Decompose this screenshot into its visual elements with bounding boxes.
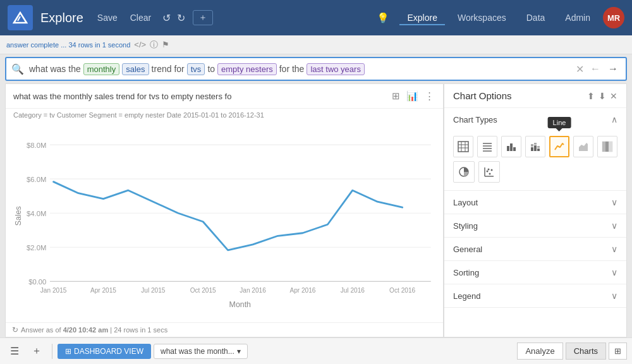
general-section: General ∨ (444, 238, 626, 261)
chart-svg: $8.0M $6.0M $4.0M $2.0M $0.00 Sales Jan … (11, 124, 438, 322)
code-icon[interactable]: </> (134, 40, 146, 49)
undo-redo-group: ↺ ↻ (160, 9, 188, 27)
general-header[interactable]: General ∨ (444, 238, 626, 260)
search-text-3: to (207, 64, 215, 74)
redo-button[interactable]: ↻ (174, 9, 188, 27)
info-icon[interactable]: ⓘ (150, 39, 158, 51)
lightbulb-icon[interactable]: 💡 (372, 9, 394, 27)
chart-options-panel: Chart Options ⬆ ⬇ ✕ Chart Types ∧ (444, 83, 627, 337)
chart-type-table[interactable] (453, 136, 473, 157)
search-navigation: ← → (588, 62, 621, 76)
sidebar-toggle-button[interactable]: ☰ (5, 343, 24, 360)
svg-text:Month: Month (229, 300, 252, 309)
svg-point-52 (488, 169, 490, 171)
chart-types-chevron: ∧ (611, 114, 617, 124)
svg-text:$0.00: $0.00 (28, 278, 46, 286)
svg-point-49 (487, 171, 489, 173)
styling-header[interactable]: Styling ∨ (444, 214, 626, 237)
legend-chevron: ∨ (611, 291, 617, 301)
svg-rect-34 (513, 147, 516, 151)
svg-rect-43 (602, 142, 605, 152)
chart-type-table-condensed[interactable] (477, 136, 497, 157)
svg-rect-38 (534, 143, 537, 145)
legend-section: Legend ∨ (444, 284, 626, 308)
chart-type-area[interactable] (573, 136, 593, 157)
search-text-4: for the (279, 64, 305, 74)
chart-type-scatter[interactable] (478, 161, 500, 183)
dashboard-label: DASHBOARD VIEW (74, 347, 143, 356)
sorting-section: Sorting ∨ (444, 261, 626, 284)
svg-marker-41 (579, 143, 588, 151)
chart-type-pie[interactable] (453, 161, 475, 183)
add-tab-button[interactable]: ＋ (27, 342, 47, 360)
save-button[interactable]: Save (94, 10, 121, 25)
chart-types-row-1: Line (453, 136, 617, 157)
bottom-bar: ☰ ＋ ⊞ DASHBOARD VIEW what was the month.… (0, 337, 632, 364)
svg-rect-32 (507, 146, 509, 151)
collapse-up-icon[interactable]: ⬆ (587, 91, 595, 101)
svg-text:Apr 2016: Apr 2016 (289, 287, 315, 294)
chart-types-section: Chart Types ∧ (444, 108, 626, 191)
svg-text:Jul 2016: Jul 2016 (341, 287, 365, 294)
nav-title: Explore (40, 11, 83, 25)
undo-button[interactable]: ↺ (160, 9, 173, 27)
sorting-header[interactable]: Sorting ∨ (444, 261, 626, 284)
search-forward-button[interactable]: → (605, 62, 621, 76)
nav-workspaces-button[interactable]: Workspaces (450, 10, 514, 25)
nav-explore-button[interactable]: Explore (399, 10, 444, 25)
nav-data-button[interactable]: Data (519, 10, 553, 25)
svg-rect-36 (531, 144, 533, 147)
svg-rect-35 (531, 147, 533, 151)
table-view-icon[interactable]: ⊞ (391, 89, 401, 103)
svg-rect-44 (605, 142, 609, 152)
add-button[interactable]: ＋ (193, 10, 213, 25)
options-header-icons: ⬆ ⬇ ✕ (587, 91, 617, 101)
app-logo[interactable] (8, 5, 33, 30)
svg-rect-45 (609, 142, 612, 152)
chart-view-icon[interactable]: 📊 (405, 89, 420, 103)
user-avatar[interactable]: MR (603, 7, 624, 28)
collapse-down-icon[interactable]: ⬇ (599, 91, 606, 101)
layout-label: Layout (453, 198, 478, 207)
search-clear-button[interactable]: ✕ (572, 62, 588, 76)
analyze-button[interactable]: Analyze (517, 343, 562, 360)
chart-area: $8.0M $6.0M $4.0M $2.0M $0.00 Sales Jan … (6, 121, 443, 322)
svg-text:$2.0M: $2.0M (27, 244, 46, 252)
current-tab-button[interactable]: what was the month... ▾ (154, 344, 248, 359)
search-text-1: what was the (29, 64, 81, 74)
layout-section: Layout ∨ (444, 191, 626, 214)
sorting-chevron: ∨ (611, 267, 617, 277)
svg-point-50 (489, 173, 491, 175)
search-bar[interactable]: 🔍 what was the monthly sales trend for t… (5, 57, 627, 81)
svg-rect-37 (534, 145, 537, 151)
nav-admin-button[interactable]: Admin (557, 10, 598, 25)
svg-text:$4.0M: $4.0M (27, 210, 46, 217)
chart-type-stacked-area[interactable] (597, 136, 617, 157)
dashboard-view-button[interactable]: ⊞ DASHBOARD VIEW (58, 344, 151, 359)
search-back-button[interactable]: ← (588, 62, 603, 76)
chart-type-stacked-bar[interactable] (525, 136, 545, 157)
legend-header[interactable]: Legend ∨ (444, 284, 626, 307)
svg-rect-39 (537, 149, 540, 151)
answer-bar: answer complete ... 34 rows in 1 second … (0, 35, 632, 54)
chart-type-line[interactable]: Line (549, 136, 569, 157)
grid-layout-button[interactable]: ⊞ (609, 343, 627, 360)
tab-chevron-icon: ▾ (237, 347, 241, 356)
bottom-divider-1 (52, 344, 52, 359)
close-panel-icon[interactable]: ✕ (610, 91, 617, 101)
svg-rect-23 (458, 142, 468, 152)
search-tag-monthly: monthly (83, 63, 120, 75)
search-tag-tvs: tvs (187, 63, 205, 75)
clear-button[interactable]: Clear (126, 10, 155, 25)
chart-types-content: Line (444, 131, 626, 190)
general-chevron: ∨ (611, 244, 617, 254)
more-options-icon[interactable]: ⋮ (423, 89, 435, 103)
flag-icon[interactable]: ⚑ (162, 40, 169, 49)
chart-types-header[interactable]: Chart Types ∧ (444, 108, 626, 131)
layout-chevron: ∨ (611, 197, 617, 207)
charts-button[interactable]: Charts (566, 343, 606, 360)
svg-rect-33 (510, 143, 513, 151)
layout-header[interactable]: Layout ∨ (444, 191, 626, 214)
chart-type-bar[interactable] (501, 136, 521, 157)
chart-footer: ↻ Answer as of 4/20 10:42 am | 24 rows i… (6, 322, 443, 337)
